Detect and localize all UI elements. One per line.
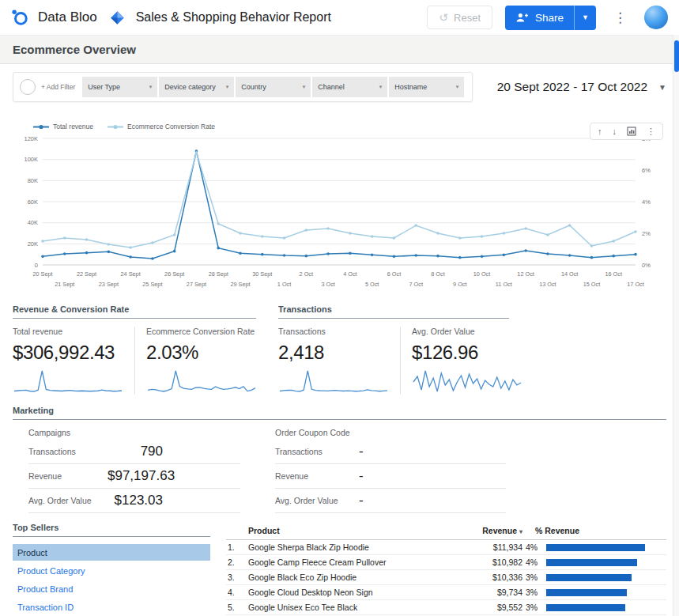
svg-text:7 Oct: 7 Oct: [409, 281, 423, 288]
rank-cell: 1.: [226, 540, 247, 555]
table-row[interactable]: 4.Google Cloud Desktop Neon Sign$9,7343%: [226, 585, 666, 600]
export-icon[interactable]: [627, 127, 636, 136]
svg-text:30 Sept: 30 Sept: [252, 270, 272, 278]
svg-text:28 Sept: 28 Sept: [209, 270, 228, 278]
svg-text:14 Oct: 14 Oct: [561, 270, 579, 278]
date-range-control[interactable]: 20 Sept 2022 - 17 Oct 2022 ▼: [497, 80, 666, 94]
rank-cell: 4.: [226, 585, 247, 600]
scorecard-transactions: Transactions 2,418: [278, 327, 400, 395]
coupon-table: Order Coupon Code Transactions-Revenue-A…: [275, 428, 506, 513]
filter-chip-country[interactable]: Country▾: [236, 77, 311, 97]
scorecard-conversion-rate: Ecommerce Conversion Rate 2.03%: [134, 327, 257, 395]
dimension-item-product-category[interactable]: Product Category: [13, 562, 210, 579]
rank-cell: 5.: [226, 600, 247, 615]
filter-chip-label: Country: [241, 83, 266, 91]
legend-item-ecommerce-conversion-rate[interactable]: Ecommerce Conversion Rate: [108, 123, 215, 130]
revenue-conversion-line-chart[interactable]: 020K40K60K80K100K120K0%2%4%6%8%20 Sept21…: [13, 132, 666, 295]
metric-label: Revenue: [275, 471, 354, 481]
legend-marker: [33, 123, 49, 130]
svg-text:5 Oct: 5 Oct: [365, 281, 379, 288]
legend-item-total-revenue[interactable]: Total revenue: [33, 123, 93, 130]
svg-text:13 Oct: 13 Oct: [539, 281, 556, 288]
pct-revenue-cell: 3%: [524, 585, 666, 600]
section-title: Top Sellers: [13, 523, 210, 537]
filter-chip-user-type[interactable]: User Type▾: [82, 77, 157, 97]
user-avatar[interactable]: [644, 6, 668, 29]
svg-text:27 Sept: 27 Sept: [187, 281, 206, 288]
dimension-item-product[interactable]: Product: [13, 544, 210, 561]
revenue-column-header[interactable]: Revenue▾: [456, 523, 524, 540]
brand-name: Data Bloo: [38, 9, 97, 25]
revenue-cell: $9,552: [456, 600, 524, 615]
chart-more-options-icon[interactable]: ⋮: [647, 127, 655, 136]
pct-revenue-cell: 4%: [524, 540, 666, 555]
metric-value: $123.03: [108, 493, 163, 508]
campaigns-table: Campaigns Transactions790Revenue$97,197.…: [28, 428, 240, 513]
svg-text:120K: 120K: [24, 135, 38, 142]
share-button[interactable]: Share: [505, 6, 574, 30]
filter-chip-device-category[interactable]: Device category▾: [159, 77, 234, 97]
more-options-icon[interactable]: ⋮: [609, 8, 632, 28]
table-row[interactable]: 2.Google Camp Fleece Cream Pullover$10,9…: [226, 555, 666, 570]
dimension-item-transaction-id[interactable]: Transaction ID: [13, 599, 210, 615]
section-top-sellers: Top Sellers ProductProduct CategoryProdu…: [13, 523, 666, 616]
filter-chip-channel[interactable]: Channel▾: [312, 77, 387, 97]
svg-text:40K: 40K: [28, 219, 38, 226]
scorecard-total-revenue: Total revenue $306,992.43: [13, 327, 134, 395]
table-row[interactable]: 5.Google Unisex Eco Tee Black$9,5523%: [226, 600, 666, 615]
top-sellers-table: Product Revenue▾ % Revenue 1.Google Sher…: [226, 523, 666, 616]
dimension-item-product-brand[interactable]: Product Brand: [13, 580, 210, 597]
column-label: % Revenue: [535, 526, 579, 535]
section-title: Marketing: [13, 406, 666, 420]
svg-text:17 Oct: 17 Oct: [627, 281, 644, 288]
date-range-label: 20 Sept 2022 - 17 Oct 2022: [497, 80, 647, 94]
pct-revenue-column-header[interactable]: % Revenue: [524, 523, 666, 540]
share-dropdown-button[interactable]: ▼: [574, 6, 596, 30]
svg-text:2 Oct: 2 Oct: [300, 270, 313, 278]
metric-value: $97,197.63: [108, 468, 175, 484]
svg-text:10 Oct: 10 Oct: [473, 270, 491, 278]
svg-text:1 Oct: 1 Oct: [277, 281, 291, 288]
svg-text:0%: 0%: [642, 262, 651, 269]
metric-label: Revenue: [28, 471, 108, 481]
metric-value: -: [359, 493, 364, 508]
metric-label: Transactions: [275, 447, 354, 456]
revenue-cell: $10,982: [456, 555, 524, 570]
sparkline: [146, 368, 257, 395]
scrollbar-thumb[interactable]: [674, 40, 679, 72]
pct-revenue-cell: 3%: [524, 600, 666, 615]
chevron-down-icon: ▾: [456, 84, 459, 90]
svg-text:26 Sept: 26 Sept: [164, 270, 184, 278]
section-marketing: Marketing Campaigns Transactions790Reven…: [13, 406, 666, 513]
svg-text:100K: 100K: [24, 156, 38, 163]
svg-text:0: 0: [35, 262, 38, 269]
filter-chip-label: Device category: [164, 83, 216, 91]
filter-chip-label: User Type: [88, 83, 120, 91]
product-column-header[interactable]: Product: [247, 523, 456, 540]
table-row[interactable]: 1.Google Sherpa Black Zip Hoodie$11,9344…: [226, 540, 666, 555]
chevron-down-icon: ▼: [658, 83, 666, 92]
top-bar: Data Bloo Sales & Shopping Behavior Repo…: [0, 0, 679, 35]
rank-cell: 3.: [226, 570, 247, 585]
svg-text:22 Sept: 22 Sept: [77, 270, 96, 278]
page-section-bar: Ecommerce Overview: [0, 35, 679, 64]
scorecard-label: Ecommerce Conversion Rate: [146, 327, 257, 336]
add-filter-button[interactable]: + Add Filter: [20, 79, 75, 95]
pct-label: 4%: [526, 557, 540, 567]
filter-chip-hostname[interactable]: Hostname▾: [389, 77, 464, 97]
svg-text:8 Oct: 8 Oct: [431, 270, 444, 278]
svg-text:24 Sept: 24 Sept: [121, 270, 141, 278]
timeseries-chart-card: ↑ ↓ ⋮ Total revenueEcommerce Conversion …: [13, 123, 666, 295]
page-scrollbar[interactable]: [673, 35, 679, 616]
sort-ascending-icon[interactable]: ↑: [598, 127, 602, 136]
legend-marker: [108, 123, 123, 130]
scorecard-value: $126.96: [412, 342, 522, 364]
svg-text:6 Oct: 6 Oct: [387, 270, 401, 278]
sort-descending-icon[interactable]: ↓: [613, 127, 617, 136]
section-title: Revenue & Conversion Rate: [13, 304, 256, 319]
pct-label: 3%: [526, 603, 540, 612]
page-title: Ecommerce Overview: [13, 43, 136, 56]
reset-button[interactable]: ↺ Reset: [427, 6, 492, 29]
pct-revenue-cell: 3%: [524, 570, 666, 585]
table-row[interactable]: 3.Google Black Eco Zip Hoodie$10,3363%: [226, 570, 666, 585]
